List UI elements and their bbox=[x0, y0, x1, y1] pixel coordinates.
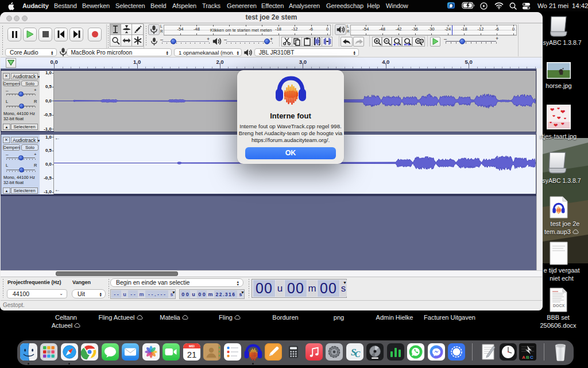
svg-text:C: C bbox=[530, 355, 533, 360]
svg-text:B: B bbox=[526, 355, 529, 360]
svg-text:❤: ❤ bbox=[552, 114, 555, 118]
svg-text:DOCX: DOCX bbox=[553, 304, 565, 308]
svg-text:❤: ❤ bbox=[550, 107, 555, 113]
svg-text:A: A bbox=[522, 355, 525, 360]
svg-text:❤: ❤ bbox=[561, 122, 564, 126]
svg-text:❤: ❤ bbox=[554, 122, 558, 128]
svg-text:❤: ❤ bbox=[557, 107, 560, 110]
svg-text:21: 21 bbox=[187, 350, 196, 359]
svg-text:❤: ❤ bbox=[560, 109, 565, 115]
svg-text:❤: ❤ bbox=[550, 121, 552, 124]
svg-text:MEI: MEI bbox=[189, 344, 195, 348]
svg-text:C: C bbox=[355, 350, 361, 359]
svg-text:❤: ❤ bbox=[557, 116, 561, 121]
svg-text:❤: ❤ bbox=[564, 117, 566, 120]
